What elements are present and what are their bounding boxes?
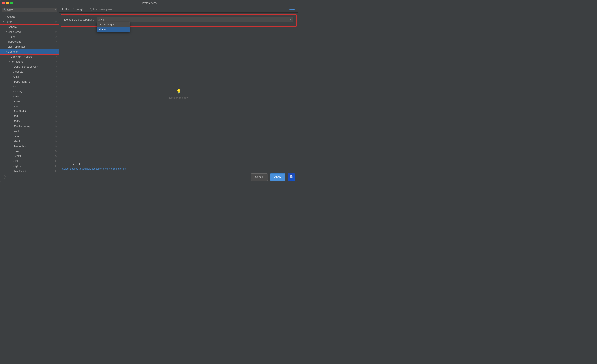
settings-icon: ⚙ — [54, 105, 57, 108]
expand-icon: ▼ — [2, 20, 5, 23]
dropdown-option-no-copyright[interactable]: No copyright — [97, 22, 130, 27]
settings-icon: ⚙ — [54, 75, 57, 78]
sidebar-item-label: JavaScript — [14, 110, 54, 113]
sidebar-item-java-fmt[interactable]: Java ⚙ — [0, 104, 59, 109]
default-copyright-row: Default project copyright: aliyun ▼ No c… — [64, 17, 293, 22]
nothing-to-show-label: Nothing to show — [169, 96, 189, 100]
expand-icon — [11, 70, 14, 73]
sidebar-item-label: CSS — [14, 75, 54, 78]
sidebar-item-gsp[interactable]: GSP ⚙ — [0, 94, 59, 99]
sidebar-item-label: JSP — [14, 115, 54, 118]
sidebar-item-properties[interactable]: Properties ⚙ — [0, 144, 59, 149]
sidebar-item-general[interactable]: General — [0, 24, 59, 29]
sidebar-item-scss[interactable]: SCSS ⚙ — [0, 154, 59, 158]
sidebar-item-copyright[interactable]: ▼ Copyright ⚙ — [0, 49, 59, 54]
search-clear-icon[interactable]: ✕ — [54, 8, 56, 11]
expand-icon — [11, 95, 14, 98]
help-button[interactable]: ? — [4, 175, 8, 179]
breadcrumb-editor[interactable]: Editor — [62, 8, 69, 11]
sidebar-item-css[interactable]: CSS ⚙ — [0, 74, 59, 79]
add-scope-button[interactable]: + — [62, 162, 65, 166]
apply-button[interactable]: Apply — [270, 173, 285, 181]
sidebar-item-label: JSX Harmony — [14, 125, 54, 128]
select-scopes-link[interactable]: Select Scopes to add new scopes or modif… — [62, 167, 295, 170]
panel-footer: + − ▲ ▼ Select Scopes to add new scopes … — [59, 160, 298, 172]
dropdown-selected-value: aliyun — [98, 18, 105, 21]
copyright-label: Default project copyright: — [64, 18, 94, 21]
sidebar-item-formatting[interactable]: ▼ Formatting ⚙ — [0, 59, 59, 64]
sidebar-item-go[interactable]: Go ⚙ — [0, 84, 59, 89]
copyright-dropdown-wrapper: aliyun ▼ No copyright aliyun — [97, 17, 293, 22]
sidebar-item-live-templates[interactable]: Live Templates — [0, 44, 59, 49]
for-project-badge: For current project — [90, 8, 114, 11]
expand-icon — [5, 25, 8, 28]
reset-link[interactable]: Reset — [288, 8, 295, 11]
sidebar-item-groovy[interactable]: Groovy ⚙ — [0, 89, 59, 94]
minimize-button[interactable] — [6, 2, 9, 4]
copyright-dropdown[interactable]: aliyun ▼ — [97, 17, 293, 22]
settings-icon: ⚙ — [54, 140, 57, 143]
sidebar-item-aspectj[interactable]: AspectJ ⚙ — [0, 69, 59, 74]
sidebar-item-stylus[interactable]: Stylus ⚙ — [0, 164, 59, 168]
settings-icon: ⚙ — [54, 55, 57, 58]
expand-icon — [11, 90, 14, 93]
sidebar-item-label: HTML — [14, 100, 54, 103]
search-wrapper[interactable]: 🔍 ✕ — [2, 8, 57, 12]
sidebar-item-ecmascript6[interactable]: ECMAScript 6 ⚙ — [0, 79, 59, 84]
dropdown-option-aliyun[interactable]: aliyun — [97, 27, 130, 32]
settings-icon: ⚙ — [54, 30, 57, 33]
sidebar-item-kotlin[interactable]: Kotlin ⚙ — [0, 129, 59, 134]
sidebar-item-html[interactable]: HTML ⚙ — [0, 99, 59, 104]
content-area: Editor › Copyright For current project R… — [59, 6, 298, 172]
expand-icon — [11, 125, 14, 128]
sidebar-item-sass[interactable]: Sass ⚙ — [0, 149, 59, 154]
sidebar-item-label: Inspections — [8, 40, 54, 43]
sidebar-item-jsx-harmony[interactable]: JSX Harmony ⚙ — [0, 124, 59, 129]
expand-icon — [11, 75, 14, 78]
breadcrumb-copyright[interactable]: Copyright — [72, 8, 84, 11]
sidebar-item-ecma4[interactable]: ECMA Script Level 4 ⚙ — [0, 64, 59, 69]
bulb-icon: 💡 — [176, 89, 181, 94]
settings-icon: ⚙ — [54, 135, 57, 138]
maximize-button[interactable] — [10, 2, 13, 4]
sidebar-item-spi[interactable]: SPI ⚙ — [0, 158, 59, 164]
sidebar-item-javascript[interactable]: JavaScript ⚙ — [0, 109, 59, 114]
expand-icon — [11, 160, 14, 163]
sidebar-item-java-cs[interactable]: Java ⚙ — [0, 34, 59, 39]
sidebar-item-label: Live Templates — [8, 45, 57, 48]
footer-toolbar: + − ▲ ▼ — [62, 162, 295, 166]
sidebar-item-typescript[interactable]: TypeScript ⚙ — [0, 168, 59, 172]
sidebar-item-label: Less — [14, 135, 54, 138]
sidebar-item-less[interactable]: Less ⚙ — [0, 134, 59, 139]
sidebar-item-label: JSPX — [14, 120, 54, 123]
sidebar-item-label: Copyright Profiles — [11, 55, 54, 58]
copyright-dropdown-list: No copyright aliyun — [97, 22, 130, 32]
sidebar-item-copyright-profiles[interactable]: Copyright Profiles ⚙ — [0, 54, 59, 59]
expand-icon — [11, 140, 14, 142]
sidebar-item-jsp[interactable]: JSP ⚙ — [0, 114, 59, 119]
remove-scope-button[interactable]: − — [67, 162, 70, 166]
close-button[interactable] — [2, 2, 5, 4]
settings-icon: ⚙ — [54, 35, 57, 38]
settings-icon: ⚙ — [54, 125, 57, 128]
cancel-button[interactable]: Cancel — [251, 173, 268, 181]
settings-icon: ⚙ — [54, 85, 57, 88]
expand-icon — [11, 80, 14, 83]
settings-icon: ⚙ — [54, 100, 57, 103]
breadcrumb: Editor › Copyright — [62, 8, 84, 11]
sidebar-item-code-style[interactable]: ▼ Code Style ⚙ — [0, 29, 59, 34]
sidebar-item-label: Go — [14, 85, 54, 88]
sidebar-item-label: Formatting — [11, 60, 54, 63]
sidebar-item-inspections[interactable]: Inspections ⚙ — [0, 39, 59, 44]
sidebar-item-mxml[interactable]: Mxml ⚙ — [0, 139, 59, 144]
sidebar-item-jspx[interactable]: JSPX ⚙ — [0, 119, 59, 124]
sidebar-item-label: Stylus — [14, 165, 54, 168]
settings-icon: ⚙ — [54, 40, 57, 43]
search-input[interactable] — [7, 8, 53, 11]
move-down-button[interactable]: ▼ — [77, 162, 82, 166]
sidebar-item-keymap[interactable]: Keymap — [0, 14, 59, 19]
move-up-button[interactable]: ▲ — [71, 162, 76, 166]
sidebar-item-editor[interactable]: ▼ Editor ⚙ — [0, 19, 59, 24]
sidebar-item-label: Sass — [14, 150, 54, 153]
breadcrumb-bar: Editor › Copyright For current project R… — [59, 6, 298, 13]
